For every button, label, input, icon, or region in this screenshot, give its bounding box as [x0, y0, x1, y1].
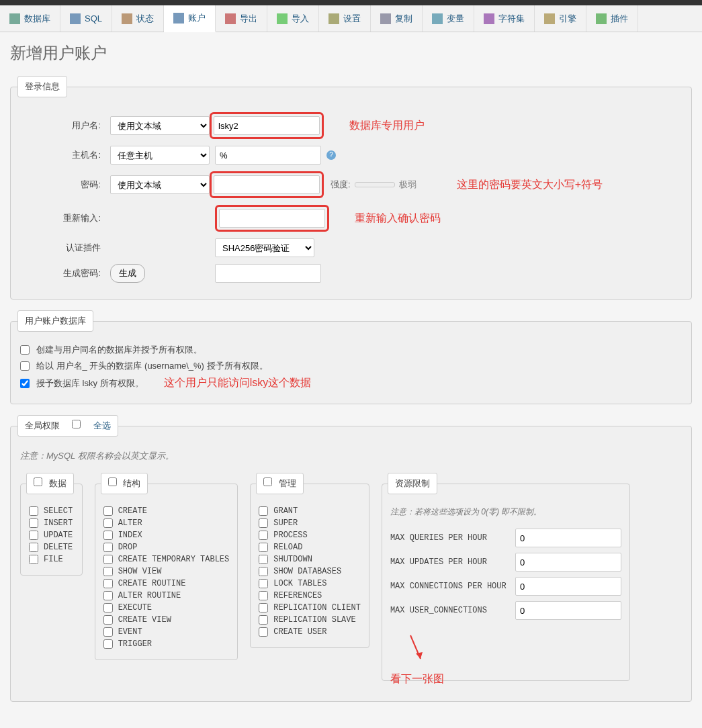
priv-data-update[interactable] — [29, 531, 38, 540]
admin-all-checkbox[interactable] — [263, 477, 272, 486]
tab-4[interactable]: 导出 — [216, 5, 267, 32]
host-label: 主机名: — [20, 149, 110, 161]
strength-text: 极弱 — [399, 179, 416, 191]
priv-struct-show-view[interactable] — [103, 567, 113, 576]
retype-input[interactable] — [219, 209, 325, 228]
tab-icon — [328, 13, 339, 24]
username-mode-select[interactable]: 使用文本域 — [110, 116, 210, 135]
res-label-3: MAX USER_CONNECTIONS — [390, 606, 509, 615]
password-input[interactable] — [214, 175, 320, 194]
priv-admin-replication-slave[interactable] — [259, 615, 268, 625]
priv-struct-create-routine[interactable] — [103, 579, 113, 588]
tab-1[interactable]: SQL — [60, 5, 112, 32]
res-input-3[interactable] — [515, 601, 621, 620]
opt-wildcard-db[interactable] — [20, 361, 30, 371]
host-mode-select[interactable]: 任意主机 — [110, 146, 210, 165]
priv-struct-create-view[interactable] — [103, 615, 113, 625]
priv-struct-alter[interactable] — [103, 518, 113, 528]
annotation-db: 这个用户只能访问lsky这个数据 — [164, 376, 312, 390]
svg-marker-1 — [416, 652, 423, 659]
res-note: 注意：若将这些选项设为 0(零) 即不限制。 — [390, 506, 621, 518]
data-all-checkbox[interactable] — [34, 477, 42, 486]
tab-icon — [596, 13, 607, 24]
strength-label: 强度: — [331, 179, 351, 191]
tab-8[interactable]: 变量 — [423, 5, 474, 32]
global-note: 注意：MySQL 权限名称会以英文显示。 — [20, 450, 682, 462]
res-input-1[interactable] — [515, 553, 621, 572]
priv-data-select[interactable] — [29, 506, 38, 516]
priv-struct-alter-routine[interactable] — [103, 591, 113, 600]
priv-struct-drop[interactable] — [103, 543, 113, 552]
priv-data-insert[interactable] — [29, 518, 38, 528]
priv-struct-create-temporary-tables[interactable] — [103, 555, 113, 564]
priv-data: 数据 SELECTINSERTUPDATEDELETEFILE — [20, 473, 83, 576]
tab-icon — [122, 13, 132, 24]
priv-struct-event[interactable] — [103, 627, 113, 637]
tab-5[interactable]: 导入 — [267, 5, 319, 32]
priv-struct-trigger[interactable] — [103, 639, 113, 649]
priv-admin-create-user[interactable] — [259, 627, 268, 637]
tab-icon — [544, 13, 555, 24]
annotation-bottom: 看下一张图 — [390, 672, 444, 686]
priv-admin-reload[interactable] — [259, 543, 268, 552]
priv-admin-references[interactable] — [259, 591, 268, 600]
annotation-user: 数据库专用用户 — [349, 119, 425, 133]
priv-admin-replication-client[interactable] — [259, 603, 268, 612]
priv-admin-show-databases[interactable] — [259, 567, 268, 576]
priv-struct-create[interactable] — [103, 506, 113, 516]
struct-all-checkbox[interactable] — [108, 477, 117, 486]
server-breadcrumb — [0, 0, 702, 5]
auth-label: 认证插件 — [20, 242, 110, 254]
arrow-icon — [404, 632, 431, 666]
tab-icon — [173, 13, 184, 24]
res-input-2[interactable] — [515, 577, 621, 596]
select-all-link[interactable]: 全选 — [93, 420, 111, 430]
host-input[interactable] — [215, 146, 321, 165]
priv-data-delete[interactable] — [29, 543, 38, 552]
priv-data-file[interactable] — [29, 555, 38, 564]
generate-button[interactable]: 生成 — [110, 264, 145, 283]
opt-create-same-db[interactable] — [20, 345, 30, 355]
strength-meter — [355, 182, 395, 187]
password-mode-select[interactable]: 使用文本域 — [110, 175, 210, 194]
tab-9[interactable]: 字符集 — [474, 5, 535, 32]
priv-struct-execute[interactable] — [103, 603, 113, 612]
generated-password-input[interactable] — [215, 264, 321, 283]
opt-grant-lsky[interactable] — [20, 379, 30, 388]
priv-admin-grant[interactable] — [259, 506, 268, 516]
tab-6[interactable]: 设置 — [319, 5, 371, 32]
tab-7[interactable]: 复制 — [371, 5, 423, 32]
priv-admin-super[interactable] — [259, 518, 268, 528]
main-tabs: 数据库SQL状态账户导出导入设置复制变量字符集引擎插件 — [0, 5, 702, 32]
tab-3[interactable]: 账户 — [164, 5, 216, 32]
priv-resources: 资源限制 注意：若将这些选项设为 0(零) 即不限制。 MAX QUERIES … — [382, 473, 630, 681]
res-input-0[interactable] — [515, 529, 621, 547]
tab-2[interactable]: 状态 — [112, 5, 164, 32]
res-label-2: MAX CONNECTIONS PER HOUR — [390, 582, 509, 591]
tab-icon — [380, 13, 391, 24]
fieldset-login: 登录信息 用户名: 使用文本域 数据库专用用户 主机名: 任意主机 ? 密码: … — [10, 76, 692, 300]
select-all-checkbox[interactable] — [72, 420, 81, 428]
tab-icon — [9, 13, 20, 24]
tab-icon — [432, 13, 443, 24]
priv-admin-lock-tables[interactable] — [259, 579, 268, 588]
tab-icon — [70, 13, 81, 24]
auth-plugin-select[interactable]: SHA256密码验证 — [215, 238, 314, 257]
retype-label: 重新输入: — [20, 212, 110, 224]
username-input[interactable] — [214, 116, 320, 135]
annotation-password: 这里的密码要英文大小写+符号 — [457, 178, 603, 192]
password-highlight — [210, 171, 324, 198]
login-legend: 登录信息 — [17, 76, 67, 97]
tab-10[interactable]: 引擎 — [535, 5, 586, 32]
tab-11[interactable]: 插件 — [586, 5, 638, 32]
help-icon[interactable]: ? — [326, 150, 336, 160]
page-title: 新增用户账户 — [10, 42, 692, 64]
priv-struct-index[interactable] — [103, 531, 113, 540]
username-highlight — [210, 112, 324, 139]
priv-admin-shutdown[interactable] — [259, 555, 268, 564]
priv-admin-process[interactable] — [259, 531, 268, 540]
retype-highlight — [215, 205, 329, 232]
tab-icon — [484, 13, 494, 24]
tab-0[interactable]: 数据库 — [0, 5, 60, 32]
res-label-0: MAX QUERIES PER HOUR — [390, 533, 509, 543]
